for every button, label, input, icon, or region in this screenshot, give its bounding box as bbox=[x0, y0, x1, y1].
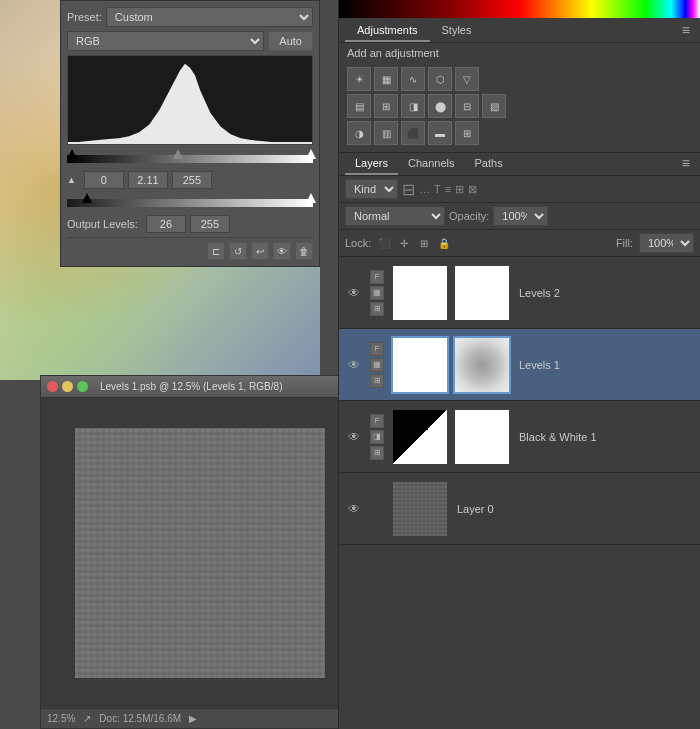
fill-label: Fill: bbox=[616, 237, 633, 249]
document-window: Levels 1.psb @ 12.5% (Levels 1, RGB/8) 1… bbox=[40, 375, 360, 729]
layer-row-layer0[interactable]: 👁 Layer 0 bbox=[339, 473, 700, 545]
color-lookup-icon[interactable]: ▧ bbox=[482, 94, 506, 118]
layer-row-levels2[interactable]: 👁 F ▦ ⊞ Levels 2 bbox=[339, 257, 700, 329]
midpoint-marker[interactable] bbox=[173, 149, 183, 159]
output-levels-section: Output Levels: 26 255 bbox=[67, 193, 313, 233]
reset-button[interactable]: ↺ bbox=[229, 242, 247, 260]
white-point-marker[interactable] bbox=[306, 149, 316, 159]
output-black-field[interactable]: 26 bbox=[146, 215, 186, 233]
mask-thumb-levels2[interactable] bbox=[453, 264, 511, 322]
channel-dropdown[interactable]: RGB bbox=[67, 31, 264, 51]
selectivecolor-icon[interactable]: ⊞ bbox=[455, 121, 479, 145]
document-title: Levels 1.psb @ 12.5% (Levels 1, RGB/8) bbox=[100, 381, 282, 392]
lock-row: Lock: ⬛ ✛ ⊞ 🔒 Fill: 100% bbox=[339, 230, 700, 257]
filter-icon[interactable]: ⊟ bbox=[402, 180, 415, 199]
eye-bw1[interactable]: 👁 bbox=[345, 428, 363, 446]
tab-adjustments[interactable]: Adjustments bbox=[345, 20, 430, 42]
visibility-button[interactable]: 👁 bbox=[273, 242, 291, 260]
layers-controls: Kind ⊟ … T ≡ ⊞ ⊠ bbox=[339, 176, 700, 203]
add-adjustment-label: Add an adjustment bbox=[347, 47, 439, 59]
layers-list: 👁 F ▦ ⊞ Levels 2 👁 F ▦ bbox=[339, 257, 700, 545]
maximize-button[interactable] bbox=[77, 381, 88, 392]
layer-thumb-levels2[interactable] bbox=[391, 264, 449, 322]
hsl-icon[interactable]: ▤ bbox=[347, 94, 371, 118]
vibrance-icon[interactable]: ▽ bbox=[455, 67, 479, 91]
threshold-icon[interactable]: ⬛ bbox=[401, 121, 425, 145]
opacity-field[interactable]: 100% bbox=[493, 206, 548, 226]
gradientmap-icon[interactable]: ▬ bbox=[428, 121, 452, 145]
kind-dropdown[interactable]: Kind bbox=[345, 179, 398, 199]
tab-channels[interactable]: Channels bbox=[398, 153, 464, 175]
lock-pixels-icon[interactable]: ⬛ bbox=[377, 236, 391, 250]
curves-icon[interactable]: ∿ bbox=[401, 67, 425, 91]
adj-icons-row-2: ▤ ⊞ ◨ ⬤ ⊟ ▧ bbox=[347, 94, 692, 118]
input-black-field[interactable]: 0 bbox=[84, 171, 124, 189]
layer-thumb-layer0[interactable] bbox=[391, 480, 449, 538]
undo-button[interactable]: ↩ bbox=[251, 242, 269, 260]
eye-layer0[interactable]: 👁 bbox=[345, 500, 363, 518]
fill-field[interactable]: 100% bbox=[639, 233, 694, 253]
bw-icon[interactable]: ◨ bbox=[401, 94, 425, 118]
input-mid-field[interactable]: 2.11 bbox=[128, 171, 168, 189]
opacity-label: Opacity: bbox=[449, 210, 489, 222]
layers-menu-button[interactable]: ≡ bbox=[678, 153, 694, 175]
fx-icon-levels2: F bbox=[370, 270, 384, 284]
lock-artboard-icon[interactable]: ⊞ bbox=[417, 236, 431, 250]
histogram-icon-levels2: ▦ bbox=[370, 286, 384, 300]
brightness-icon[interactable]: ☀ bbox=[347, 67, 371, 91]
exposure-icon[interactable]: ⬡ bbox=[428, 67, 452, 91]
layer-thumb-bw1[interactable] bbox=[391, 408, 449, 466]
output-black-marker[interactable] bbox=[82, 193, 92, 203]
layer-name-levels1: Levels 1 bbox=[515, 359, 694, 371]
panel-menu-button[interactable]: ≡ bbox=[678, 20, 694, 42]
mask-thumb-bw1[interactable] bbox=[453, 408, 511, 466]
tab-styles[interactable]: Styles bbox=[430, 20, 484, 42]
output-levels-slider[interactable] bbox=[67, 193, 313, 213]
input-levels-slider[interactable] bbox=[67, 149, 313, 169]
tab-layers[interactable]: Layers bbox=[345, 153, 398, 175]
thumb-content-layer0 bbox=[393, 482, 447, 536]
right-panel: Adjustments Styles ≡ Add an adjustment ☀… bbox=[338, 0, 700, 729]
posterize-icon[interactable]: ▥ bbox=[374, 121, 398, 145]
adj-icons-row-3: ◑ ▥ ⬛ ▬ ⊞ bbox=[347, 121, 692, 145]
adjustment-icons-grid: ☀ ▦ ∿ ⬡ ▽ ▤ ⊞ ◨ ⬤ ⊟ ▧ ◑ ▥ ⬛ ▬ ⊞ bbox=[339, 63, 700, 152]
colorbalance-icon[interactable]: ⊞ bbox=[374, 94, 398, 118]
auto-button[interactable]: Auto bbox=[268, 31, 313, 51]
levels-icon[interactable]: ▦ bbox=[374, 67, 398, 91]
layers-section: Layers Channels Paths ≡ Kind ⊟ … T ≡ ⊞ ⊠… bbox=[339, 152, 700, 545]
document-image bbox=[75, 428, 325, 678]
black-point-marker[interactable] bbox=[67, 149, 77, 159]
output-white-field[interactable]: 255 bbox=[190, 215, 230, 233]
photo-filter-icon[interactable]: ⬤ bbox=[428, 94, 452, 118]
close-button[interactable] bbox=[47, 381, 58, 392]
eye-levels2[interactable]: 👁 bbox=[345, 284, 363, 302]
layer-thumb-levels1[interactable] bbox=[391, 336, 449, 394]
delete-button[interactable]: 🗑 bbox=[295, 242, 313, 260]
levels-panel: Preset: Custom RGB Auto ▲ 0 2.11 255 bbox=[60, 0, 320, 267]
eye-levels1[interactable]: 👁 bbox=[345, 356, 363, 374]
layer-icons-bw1: F ◨ ⊞ bbox=[367, 414, 387, 460]
fx-icon-levels1: F bbox=[370, 342, 384, 356]
lock-all-icon[interactable]: 🔒 bbox=[437, 236, 451, 250]
mask-thumb-levels1[interactable] bbox=[453, 336, 511, 394]
document-canvas[interactable] bbox=[41, 398, 359, 708]
invert-icon[interactable]: ◑ bbox=[347, 121, 371, 145]
lock-position-icon[interactable]: ✛ bbox=[397, 236, 411, 250]
layer-row-bw1[interactable]: 👁 F ◨ ⊞ Black & White 1 bbox=[339, 401, 700, 473]
thumb-content-levels1 bbox=[393, 338, 447, 392]
layer-icons-levels1: F ▦ ⊞ bbox=[367, 342, 387, 388]
minimize-button[interactable] bbox=[62, 381, 73, 392]
preset-label: Preset: bbox=[67, 11, 102, 23]
layer-row-levels1[interactable]: 👁 F ▦ ⊞ Levels 1 bbox=[339, 329, 700, 401]
input-white-field[interactable]: 255 bbox=[172, 171, 212, 189]
channel-mixer-icon[interactable]: ⊟ bbox=[455, 94, 479, 118]
thumb-content-bw1 bbox=[393, 410, 447, 464]
output-white-marker[interactable] bbox=[306, 193, 316, 203]
thumb-content-levels2 bbox=[393, 266, 447, 320]
blending-mode-dropdown[interactable]: Normal bbox=[345, 206, 445, 226]
mask-content-bw1 bbox=[455, 410, 509, 464]
clip-to-layer-button[interactable]: ⊏ bbox=[207, 242, 225, 260]
layer-icons-layer0 bbox=[367, 486, 387, 532]
tab-paths[interactable]: Paths bbox=[465, 153, 513, 175]
preset-dropdown[interactable]: Custom bbox=[106, 7, 313, 27]
